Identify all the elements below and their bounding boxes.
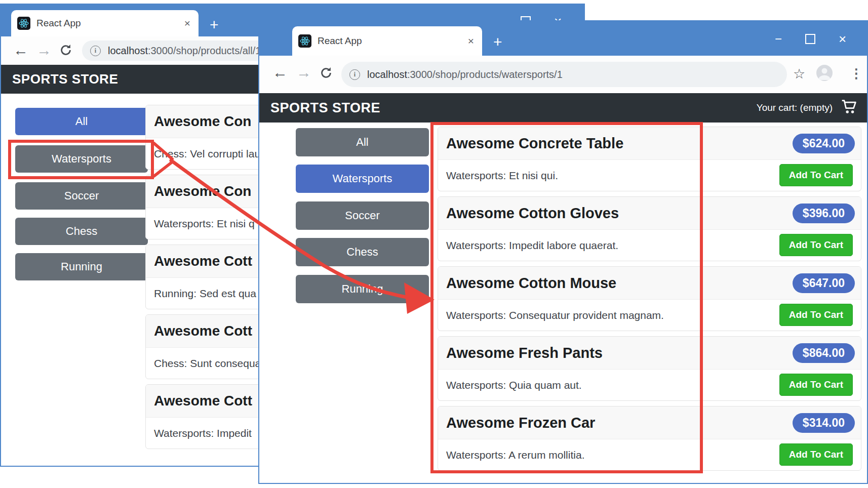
forward-arrow-icon[interactable]: → — [36, 42, 52, 59]
price-badge: $314.00 — [793, 413, 855, 433]
store-title: SPORTS STORE — [270, 100, 380, 116]
tab-title: React App — [318, 35, 362, 47]
info-icon[interactable]: i — [349, 69, 360, 80]
product-card: Awesome Frozen Car $314.00 Watersports: … — [438, 406, 861, 471]
category-button-all[interactable]: All — [296, 128, 429, 156]
front-browser-tab[interactable]: React App × — [292, 26, 482, 56]
product-title: Awesome Cott — [154, 393, 252, 409]
product-description: Watersports: Et nisi qui. — [446, 170, 558, 182]
screenshot-canvas: React App × + − × ← → i localhost:3000/s… — [0, 0, 868, 488]
product-title: Awesome Con — [154, 183, 251, 199]
back-arrow-icon[interactable]: ← — [13, 42, 28, 59]
category-button-soccer[interactable]: Soccer — [15, 182, 148, 210]
tab-title: React App — [36, 18, 81, 29]
category-button-soccer[interactable]: Soccer — [296, 201, 429, 230]
url-path: :3000/shop/products/watersports/1 — [407, 69, 563, 80]
front-titlebar: React App × + − × — [259, 20, 867, 56]
product-card: Awesome Concrete Table $624.00 Waterspor… — [438, 127, 861, 191]
cart-icon — [841, 99, 858, 116]
front-browser-window: React App × + − × ← → i localhost:3000/s… — [258, 20, 868, 484]
back-browser-tab[interactable]: React App × — [11, 10, 199, 36]
url-text: localhost:3000/shop/products/watersports… — [367, 69, 563, 80]
react-logo-icon — [17, 17, 30, 30]
cart-status-area[interactable]: Your cart: (empty) — [757, 99, 858, 116]
product-title: Awesome Con — [154, 113, 251, 130]
product-description: Chess: Vel corrupti lau — [154, 148, 260, 160]
front-store-header: SPORTS STORE Your cart: (empty) — [259, 93, 867, 123]
product-card: Awesome Cotton Mouse $647.00 Watersports… — [438, 266, 861, 331]
product-title: Awesome Cotton Gloves — [446, 205, 619, 222]
browser-menu-icon[interactable]: ⋮ — [850, 66, 863, 82]
product-description: Watersports: Quia quam aut. — [446, 379, 582, 391]
minimize-icon[interactable]: − — [775, 33, 782, 45]
store-title: SPORTS STORE — [12, 71, 118, 87]
product-title: Awesome Cotton Mouse — [446, 275, 616, 292]
maximize-icon[interactable] — [805, 34, 815, 44]
product-description: Watersports: Impedit labore quaerat. — [446, 239, 618, 252]
category-button-all[interactable]: All — [15, 108, 148, 135]
reload-icon[interactable] — [59, 43, 73, 61]
url-path: :3000/shop/products/all/1 — [148, 45, 261, 56]
category-button-chess[interactable]: Chess — [15, 218, 148, 245]
add-to-cart-button[interactable]: Add To Cart — [779, 304, 853, 326]
url-host: localhost — [367, 69, 407, 80]
react-logo-icon — [298, 34, 311, 48]
category-button-watersports[interactable]: Watersports — [296, 165, 429, 193]
tab-close-icon[interactable]: × — [468, 35, 474, 47]
product-title: Awesome Cott — [154, 253, 252, 269]
url-host: localhost — [108, 45, 148, 56]
category-button-running[interactable]: Running — [15, 253, 148, 280]
product-description: Watersports: Consequatur provident magna… — [446, 309, 664, 321]
close-icon[interactable]: × — [839, 32, 846, 46]
front-url-bar[interactable]: i localhost:3000/shop/products/waterspor… — [341, 62, 787, 87]
forward-arrow-icon[interactable]: → — [296, 64, 311, 81]
product-description: Chess: Sunt consequa — [154, 357, 261, 370]
product-description: Watersports: Et nisi q — [154, 218, 255, 230]
back-arrow-icon[interactable]: ← — [272, 64, 288, 81]
product-description: Watersports: A rerum mollitia. — [446, 449, 584, 461]
product-title: Awesome Cott — [154, 323, 252, 339]
tab-close-icon[interactable]: × — [184, 17, 190, 29]
product-title: Awesome Fresh Pants — [446, 345, 603, 361]
front-window-controls: − × — [775, 32, 846, 46]
reload-icon[interactable] — [319, 66, 333, 84]
cart-status-label: Your cart: (empty) — [757, 102, 833, 113]
add-to-cart-button[interactable]: Add To Cart — [779, 164, 853, 186]
add-to-cart-button[interactable]: Add To Cart — [779, 234, 853, 256]
price-badge: $624.00 — [793, 134, 855, 153]
product-card: Awesome Cotton Gloves $396.00 Watersport… — [438, 196, 861, 261]
price-badge: $647.00 — [793, 273, 855, 293]
price-badge: $396.00 — [793, 204, 855, 223]
new-tab-button[interactable]: + — [210, 16, 219, 33]
add-to-cart-button[interactable]: Add To Cart — [779, 443, 853, 466]
add-to-cart-button[interactable]: Add To Cart — [779, 374, 853, 396]
url-text: localhost:3000/shop/products/all/1 — [108, 45, 261, 57]
category-button-watersports[interactable]: Watersports — [15, 145, 148, 173]
info-icon[interactable]: i — [90, 46, 101, 56]
profile-avatar-icon[interactable] — [816, 65, 833, 81]
product-description: Watersports: Impedit — [154, 427, 252, 439]
category-button-chess[interactable]: Chess — [296, 238, 429, 266]
new-tab-button[interactable]: + — [493, 33, 502, 51]
product-card: Awesome Fresh Pants $864.00 Watersports:… — [438, 336, 861, 401]
product-title: Awesome Concrete Table — [446, 135, 623, 152]
product-title: Awesome Frozen Car — [446, 415, 595, 431]
price-badge: $864.00 — [793, 343, 855, 363]
bookmark-star-icon[interactable]: ☆ — [793, 66, 805, 82]
category-button-running[interactable]: Running — [296, 275, 429, 303]
product-description: Running: Sed est qua — [154, 288, 256, 300]
